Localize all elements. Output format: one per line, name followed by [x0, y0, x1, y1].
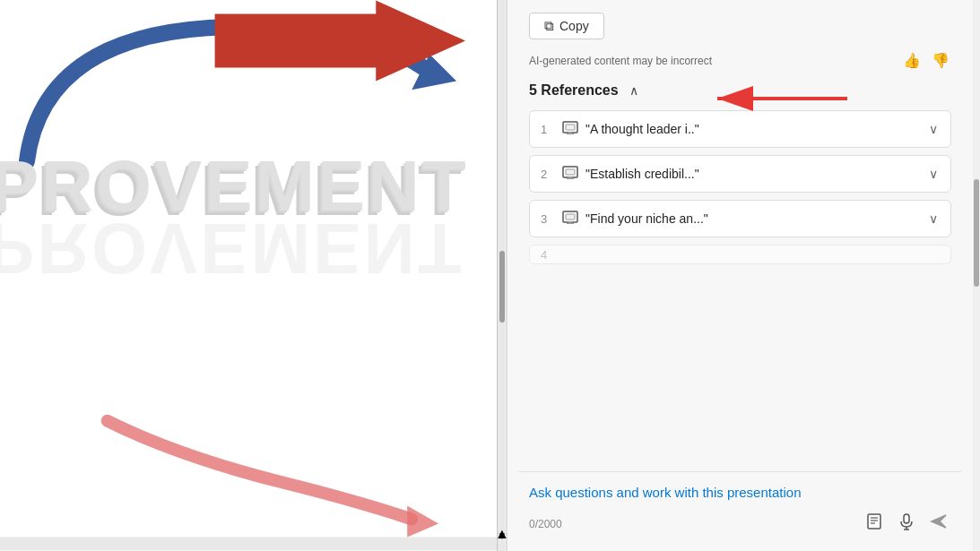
- svg-rect-12: [567, 133, 574, 134]
- copy-button[interactable]: ⧉ Copy: [529, 13, 604, 39]
- scrollbar-track: [499, 0, 505, 551]
- svg-rect-11: [568, 132, 572, 133]
- svg-rect-19: [568, 221, 572, 223]
- svg-text:PROVEMENT: PROVEMENT: [0, 209, 464, 288]
- copy-icon: ⧉: [544, 18, 554, 34]
- references-count: 5 References: [529, 82, 619, 99]
- right-scrollbar-thumb[interactable]: [974, 179, 979, 287]
- ref-slide-icon-1: [562, 120, 578, 138]
- ref-text-2: "Establish credibil...": [585, 167, 699, 181]
- ask-area: Ask questions and work with this present…: [518, 471, 962, 544]
- svg-rect-18: [566, 214, 575, 220]
- svg-rect-8: [0, 537, 497, 550]
- ref-left-3: 3 "Find your niche an...": [541, 210, 708, 228]
- ref-num-3: 3: [541, 212, 555, 226]
- ref-text-1: "A thought leader i..": [585, 122, 699, 136]
- ref-left-1: 1 "A thought leader i..": [541, 120, 699, 138]
- middle-scrollbar[interactable]: ▼ ▲: [498, 0, 507, 551]
- reference-item-4-partial[interactable]: 4: [529, 245, 951, 264]
- svg-rect-10: [566, 125, 575, 130]
- references-header: 5 References ∧: [518, 78, 962, 110]
- references-list: 1 "A thought leader i.." ∨: [518, 110, 962, 291]
- spacer: [518, 291, 962, 472]
- ref-expand-1[interactable]: ∨: [927, 120, 940, 138]
- slide-panel: PROVEMENT PROVEMENT PROVEMENT PROVEMENT: [0, 0, 498, 551]
- ref-num-1: 1: [541, 123, 555, 136]
- ref-text-3: "Find your niche an...": [585, 211, 708, 226]
- ask-notes-button[interactable]: [862, 511, 887, 537]
- svg-rect-25: [904, 514, 909, 523]
- copy-label: Copy: [559, 19, 589, 33]
- svg-rect-16: [567, 178, 574, 179]
- ai-disclaimer-text: AI-generated content may be incorrect: [529, 55, 712, 67]
- panel-content: ⧉ Copy AI-generated content may be incor…: [507, 0, 973, 551]
- ask-mic-button[interactable]: [894, 511, 919, 537]
- svg-rect-20: [567, 223, 574, 224]
- ref-expand-3[interactable]: ∨: [927, 210, 940, 228]
- svg-rect-15: [568, 176, 572, 178]
- ask-counter: 0/2000: [529, 518, 562, 530]
- ref-slide-icon-2: [562, 165, 578, 183]
- ask-actions: [862, 511, 951, 537]
- ref-left-4: 4: [541, 248, 555, 262]
- thumbdown-button[interactable]: 👎: [930, 50, 951, 71]
- thumbup-button[interactable]: 👍: [901, 50, 923, 71]
- scrollbar-thumb[interactable]: [499, 251, 505, 323]
- svg-rect-21: [868, 514, 880, 529]
- scroll-up-arrow[interactable]: ▲: [495, 526, 509, 542]
- ask-placeholder-text: Ask questions and work with this present…: [529, 483, 951, 502]
- reference-item-2[interactable]: 2 "Establish credibil..." ∨: [529, 155, 951, 193]
- ref-slide-icon-3: [562, 210, 578, 228]
- references-collapse-button[interactable]: ∧: [626, 82, 642, 99]
- ref-num-2: 2: [541, 168, 555, 181]
- ai-disclaimer-row: AI-generated content may be incorrect 👍 …: [518, 47, 962, 78]
- ref-num-4: 4: [541, 248, 555, 262]
- ask-input-row: 0/2000: [529, 511, 951, 537]
- reference-item-3[interactable]: 3 "Find your niche an..." ∨: [529, 200, 951, 237]
- feedback-icons: 👍 👎: [901, 50, 951, 71]
- right-scrollbar[interactable]: [973, 0, 980, 551]
- reference-item-1[interactable]: 1 "A thought leader i.." ∨: [529, 110, 951, 148]
- right-panel: ⧉ Copy AI-generated content may be incor…: [507, 0, 980, 551]
- ask-send-button[interactable]: [926, 511, 951, 537]
- ref-expand-2[interactable]: ∨: [927, 165, 940, 183]
- svg-rect-14: [566, 169, 575, 175]
- copy-area: ⧉ Copy: [518, 7, 962, 47]
- ref-left-2: 2 "Establish credibil...": [541, 165, 699, 183]
